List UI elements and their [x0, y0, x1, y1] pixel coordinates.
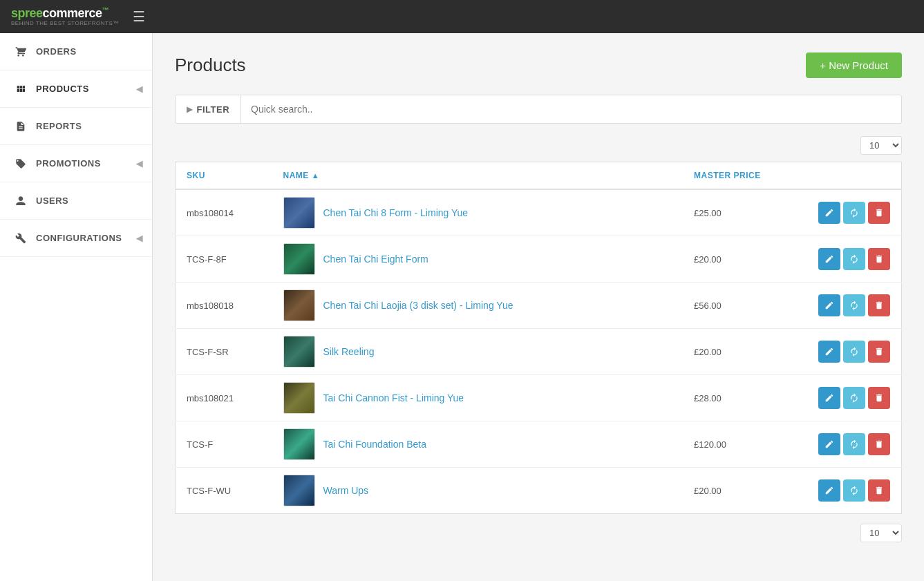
products-table: SKU NAME ▲ MASTER PRICE mbs10801: [175, 162, 902, 514]
delete-button[interactable]: [868, 294, 890, 316]
cell-sku: TCS-F-WU: [176, 468, 272, 514]
product-link[interactable]: Chen Tai Chi Laojia (3 disk set) - Limin…: [323, 300, 513, 311]
search-input[interactable]: [241, 104, 901, 115]
product-thumbnail: [283, 428, 315, 460]
copy-button[interactable]: [843, 341, 865, 363]
cell-actions: [807, 283, 902, 329]
edit-button[interactable]: [818, 294, 840, 316]
sort-arrow-icon: ▲: [312, 171, 319, 180]
cell-price: £20.00: [683, 468, 807, 514]
filter-bar: ▶ FILTER: [175, 95, 902, 124]
table-row: mbs108021 Tai Chi Cannon Fist - Liming Y…: [176, 375, 902, 421]
per-page-select-top[interactable]: 10 25 50 100: [860, 136, 902, 155]
col-header-name[interactable]: NAME ▲: [272, 162, 683, 190]
copy-button[interactable]: [843, 202, 865, 224]
tag-icon: [14, 157, 28, 171]
sidebar-item-reports[interactable]: REPORTS: [0, 108, 152, 145]
page-title: Products: [175, 55, 246, 76]
logo: spreecommerce™ BEHIND THE BEST STOREFRON…: [11, 6, 119, 27]
product-thumbnail: [283, 243, 315, 275]
edit-button[interactable]: [818, 387, 840, 409]
edit-button[interactable]: [818, 202, 840, 224]
table-row: TCS-F Tai Chi Foundation Beta £120.00: [176, 421, 902, 468]
main-content: Products + New Product ▶ FILTER 10 25 50…: [153, 33, 924, 581]
edit-button[interactable]: [818, 248, 840, 270]
per-page-top: 10 25 50 100: [175, 136, 902, 155]
edit-button[interactable]: [818, 341, 840, 363]
cell-actions: [807, 421, 902, 468]
per-page-select-bottom[interactable]: 10 25 50 100: [860, 524, 902, 542]
cell-actions: [807, 189, 902, 236]
new-product-button[interactable]: + New Product: [806, 53, 902, 78]
cell-name: Tai Chi Cannon Fist - Liming Yue: [272, 375, 683, 421]
delete-button[interactable]: [868, 248, 890, 270]
cell-actions: [807, 375, 902, 421]
copy-button[interactable]: [843, 479, 865, 502]
cell-sku: mbs108018: [176, 283, 272, 329]
cell-price: £56.00: [683, 283, 807, 329]
sidebar: ORDERS PRODUCTS ◀ REPORTS PROMOTIONS ◀: [0, 33, 153, 581]
logo-spree: spreecommerce™: [11, 6, 109, 21]
cell-name: Warm Ups: [272, 468, 683, 514]
file-icon: [14, 120, 28, 133]
sidebar-item-products[interactable]: PRODUCTS ◀: [0, 70, 152, 108]
product-link[interactable]: Warm Ups: [323, 485, 369, 496]
cell-price: £28.00: [683, 375, 807, 421]
sidebar-label-products: PRODUCTS: [36, 84, 89, 94]
cell-sku: mbs108014: [176, 189, 272, 236]
edit-button[interactable]: [818, 433, 840, 455]
cell-sku: mbs108021: [176, 375, 272, 421]
sidebar-label-users: USERS: [36, 196, 68, 206]
table-row: TCS-F-8F Chen Tai Chi Eight Form £20.00: [176, 236, 902, 283]
product-thumbnail: [283, 197, 315, 229]
cell-actions: [807, 236, 902, 283]
top-nav: spreecommerce™ BEHIND THE BEST STOREFRON…: [0, 0, 924, 33]
cell-price: £20.00: [683, 329, 807, 375]
delete-button[interactable]: [868, 479, 890, 502]
copy-button[interactable]: [843, 248, 865, 270]
copy-button[interactable]: [843, 433, 865, 455]
per-page-bottom: 10 25 50 100: [175, 524, 902, 542]
cart-icon: [14, 45, 28, 59]
filter-arrow-icon: ▶: [187, 105, 193, 114]
product-thumbnail: [283, 475, 315, 506]
cell-sku: TCS-F-SR: [176, 329, 272, 375]
cell-price: £120.00: [683, 421, 807, 468]
table-row: mbs108014 Chen Tai Chi 8 Form - Liming Y…: [176, 189, 902, 236]
delete-button[interactable]: [868, 202, 890, 224]
product-thumbnail: [283, 336, 315, 368]
page-header: Products + New Product: [175, 53, 902, 78]
edit-button[interactable]: [818, 479, 840, 502]
copy-button[interactable]: [843, 294, 865, 316]
filter-label: FILTER: [197, 104, 230, 115]
sidebar-item-orders[interactable]: ORDERS: [0, 33, 152, 70]
cell-name: Chen Tai Chi 8 Form - Liming Yue: [272, 189, 683, 236]
table-row: TCS-F-WU Warm Ups £20.00: [176, 468, 902, 514]
sidebar-item-configurations[interactable]: CONFIGURATIONS ◀: [0, 220, 152, 257]
product-thumbnail: [283, 382, 315, 414]
table-row: mbs108018 Chen Tai Chi Laojia (3 disk se…: [176, 283, 902, 329]
delete-button[interactable]: [868, 433, 890, 455]
chevron-icon-configurations: ◀: [136, 234, 143, 243]
cell-price: £20.00: [683, 236, 807, 283]
cell-name: Silk Reeling: [272, 329, 683, 375]
sidebar-item-promotions[interactable]: PROMOTIONS ◀: [0, 145, 152, 182]
sidebar-label-reports: REPORTS: [36, 121, 82, 131]
copy-button[interactable]: [843, 387, 865, 409]
hamburger-menu[interactable]: ☰: [133, 8, 145, 25]
product-link[interactable]: Tai Chi Foundation Beta: [323, 439, 426, 450]
cell-actions: [807, 329, 902, 375]
cell-sku: TCS-F: [176, 421, 272, 468]
logo-sub: BEHIND THE BEST STOREFRONTS™: [11, 21, 119, 27]
product-link[interactable]: Tai Chi Cannon Fist - Liming Yue: [323, 392, 464, 403]
filter-button[interactable]: ▶ FILTER: [176, 95, 241, 123]
product-link[interactable]: Silk Reeling: [323, 346, 375, 357]
sidebar-item-users[interactable]: USERS: [0, 182, 152, 220]
delete-button[interactable]: [868, 341, 890, 363]
product-link[interactable]: Chen Tai Chi Eight Form: [323, 254, 428, 265]
cell-sku: TCS-F-8F: [176, 236, 272, 283]
chevron-icon-products: ◀: [136, 84, 143, 94]
wrench-icon: [14, 231, 28, 245]
product-link[interactable]: Chen Tai Chi 8 Form - Liming Yue: [323, 207, 469, 218]
delete-button[interactable]: [868, 387, 890, 409]
